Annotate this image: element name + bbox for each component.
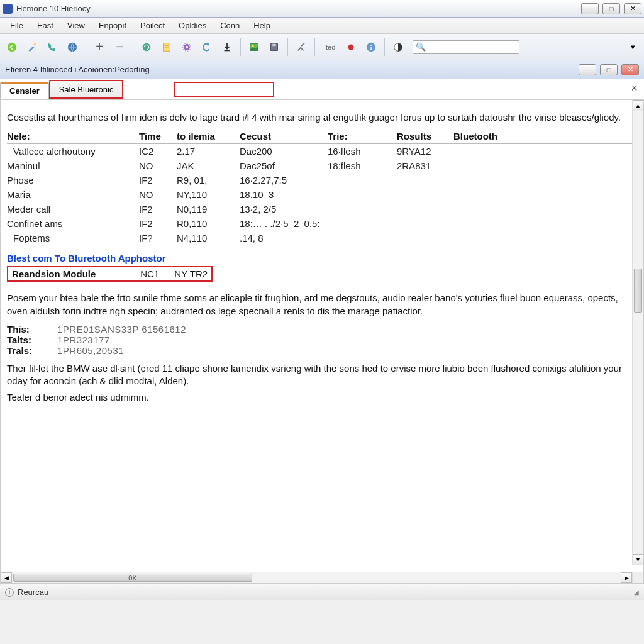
table-row: MariaNONY,11018.10–3: [7, 187, 632, 202]
module-c1: NC1: [140, 269, 172, 279]
scroll-thumb[interactable]: [634, 269, 642, 313]
table-cell: [453, 173, 632, 187]
highlight-box: [174, 82, 274, 97]
sub-maximize-button[interactable]: □: [600, 64, 618, 75]
table-cell: N4,110: [177, 231, 240, 245]
header-rosults: Rosults: [397, 129, 453, 144]
kv-key: Talts:: [7, 335, 57, 345]
picture-icon[interactable]: [246, 39, 262, 55]
table-cell: 18.10–3: [240, 187, 328, 202]
svg-point-14: [303, 42, 305, 45]
horizontal-scrollbar[interactable]: ◀ 0K ▶: [1, 572, 632, 583]
gear-icon[interactable]: [179, 39, 195, 55]
tab-close-icon[interactable]: ×: [631, 82, 638, 99]
scroll-down-icon[interactable]: ▼: [633, 554, 643, 565]
statusbar: i Reurcau ◢: [0, 584, 644, 600]
table-cell: N0,119: [177, 202, 240, 216]
table-cell: [328, 187, 397, 202]
info-icon[interactable]: i: [363, 39, 379, 55]
vertical-scrollbar[interactable]: ▲ ▼: [632, 100, 643, 565]
disk-icon[interactable]: [266, 39, 282, 55]
scroll-corner: [632, 572, 643, 583]
table-cell: [397, 187, 453, 202]
svg-point-15: [348, 44, 354, 50]
ited-button[interactable]: Ited: [320, 39, 339, 55]
table-cell: NO: [139, 158, 177, 173]
download-icon[interactable]: [219, 39, 235, 55]
plus-icon[interactable]: +: [91, 39, 108, 55]
sub-window-header: Efieren 4 Ifilinoced i Acoionen:Pedortin…: [0, 60, 644, 79]
paragraph-2: Posem your btea bale the frto sunile thm…: [7, 292, 632, 318]
phone-icon[interactable]: [44, 39, 60, 55]
table-cell: R0,110: [177, 216, 240, 231]
data-table: Nele: Time to ilemia Cecust Trie: Rosult…: [7, 129, 632, 245]
minus-icon[interactable]: −: [111, 39, 128, 55]
tools-icon[interactable]: [293, 39, 309, 55]
app-icon: [3, 4, 13, 14]
menu-help[interactable]: Help: [247, 19, 277, 32]
intro-paragraph: Cosestlis at hourthames of firm iden is …: [7, 111, 632, 124]
resize-grip-icon[interactable]: ◢: [634, 589, 639, 596]
module-label: Reandsion Module: [12, 269, 138, 279]
menu-view[interactable]: View: [61, 19, 91, 32]
kv-val: 1PR323177: [57, 335, 110, 345]
svg-point-0: [8, 42, 16, 51]
sub-close-button[interactable]: ✕: [621, 64, 639, 75]
menu-east[interactable]: East: [31, 19, 60, 32]
kv-row: Trals:1PR605,20531: [7, 345, 632, 356]
table-cell: [453, 231, 632, 245]
menu-conn[interactable]: Conn: [214, 19, 246, 32]
note-icon[interactable]: [158, 39, 175, 55]
minimize-button[interactable]: ─: [581, 3, 599, 14]
svg-point-7: [184, 45, 189, 49]
hscroll-thumb[interactable]: 0K: [13, 574, 252, 582]
table-cell: [397, 202, 453, 216]
tab-strip: Censier Sale Blueironic ×: [0, 79, 644, 99]
refresh-globe-icon[interactable]: [138, 39, 155, 55]
tab-sale-blueironic[interactable]: Sale Blueironic: [49, 80, 124, 99]
table-row: Vatlece alcrhoutonyIC22.17Dac20016·flesh…: [7, 144, 632, 159]
contrast-icon[interactable]: [390, 39, 406, 55]
search-box[interactable]: 🔍: [413, 40, 519, 54]
table-cell: [397, 231, 453, 245]
wizard-icon[interactable]: [24, 39, 40, 55]
scroll-left-icon[interactable]: ◀: [1, 572, 12, 583]
sub-window-title: Efieren 4 Ifilinoced i Acoionen:Pedortin…: [5, 65, 579, 74]
table-cell: [397, 173, 453, 187]
section-link[interactable]: Blest com To Bluretooth Apphostor: [7, 253, 632, 264]
svg-text:i: i: [370, 43, 372, 50]
menu-opldies[interactable]: Opldies: [172, 19, 213, 32]
table-cell: Meder call: [7, 202, 139, 216]
table-cell: 16·flesh: [328, 144, 397, 159]
close-button[interactable]: ✕: [624, 3, 641, 14]
header-ilemia: to ilemia: [177, 129, 240, 144]
table-cell: Phose: [7, 173, 139, 187]
table-row: PhoseIF2R9, 01,16·2.27,7;5: [7, 173, 632, 187]
table-cell: [328, 216, 397, 231]
table-cell: 16·2.27,7;5: [240, 173, 328, 187]
menu-poilect[interactable]: Poilect: [134, 19, 171, 32]
scroll-track[interactable]: [633, 111, 643, 554]
svg-point-11: [252, 45, 254, 47]
scroll-right-icon[interactable]: ▶: [621, 572, 632, 583]
module-row-highlight: Reandsion Module NC1 NY TR2: [7, 266, 213, 282]
table-cell: Vatlece alcrhoutony: [7, 144, 139, 159]
svg-rect-13: [272, 43, 275, 46]
sub-minimize-button[interactable]: ─: [579, 64, 596, 75]
back-icon[interactable]: [4, 39, 20, 55]
globe-icon[interactable]: [64, 39, 80, 55]
table-cell: [397, 216, 453, 231]
separator: [240, 38, 241, 56]
toolbar-dropdown-icon[interactable]: ▾: [626, 40, 640, 54]
table-cell: .14, 8: [240, 231, 328, 245]
tab-censier[interactable]: Censier: [0, 82, 49, 99]
undo-icon[interactable]: [199, 39, 215, 55]
scroll-up-icon[interactable]: ▲: [633, 100, 643, 111]
record-icon[interactable]: [343, 39, 359, 55]
table-cell: Maninul: [7, 158, 139, 173]
maximize-button[interactable]: □: [602, 3, 620, 14]
menu-file[interactable]: File: [4, 19, 30, 32]
hscroll-track[interactable]: 0K: [12, 572, 621, 583]
menu-enpopit[interactable]: Enpopit: [92, 19, 133, 32]
search-input[interactable]: [428, 43, 516, 52]
